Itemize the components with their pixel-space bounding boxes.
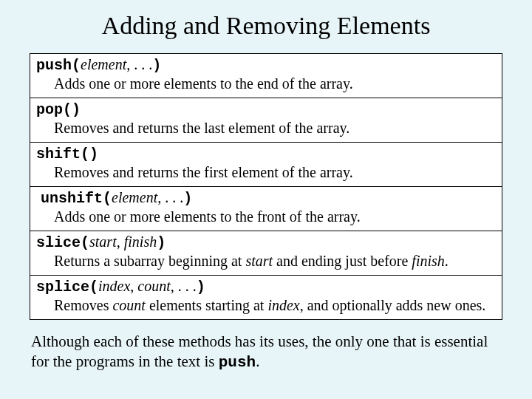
method-args-plain: . . .: [130, 56, 152, 72]
page-title: Adding and Removing Elements: [30, 12, 502, 40]
methods-table: push(element, . . .) Adds one or more el…: [30, 53, 502, 320]
method-args-plain: . . .: [161, 189, 183, 205]
paren-open: (: [89, 279, 98, 296]
table-row: splice(index, count, . . .) Removes coun…: [30, 275, 502, 319]
note-text-post: .: [256, 352, 259, 370]
table-row: pop() Removes and returns the last eleme…: [30, 98, 502, 142]
method-description: Adds one or more elements to the end of …: [35, 75, 497, 93]
footer-note: Although each of these methods has its u…: [30, 332, 502, 373]
paren-open: (): [63, 101, 81, 118]
paren-open: (: [103, 190, 112, 207]
paren-close: ): [157, 234, 166, 251]
method-name: pop: [36, 101, 63, 118]
method-signature: shift(): [35, 144, 497, 163]
paren-open: (): [81, 146, 98, 163]
method-signature: slice(start, finish): [35, 233, 497, 252]
paren-close: ): [197, 279, 205, 296]
paren-open: (: [81, 234, 89, 251]
paren-close: ): [183, 190, 192, 207]
method-args-ital: index, count,: [98, 278, 174, 294]
method-args-ital: element,: [112, 189, 161, 205]
table-row: slice(start, finish) Returns a subarray …: [30, 231, 502, 275]
method-description: Returns a subarray beginning at start an…: [35, 252, 497, 270]
method-name: shift: [36, 146, 81, 163]
method-signature: splice(index, count, . . .): [35, 277, 497, 296]
table-row: unshift(element, . . .) Adds one or more…: [30, 186, 502, 231]
method-signature: pop(): [35, 100, 497, 119]
table-row: push(element, . . .) Adds one or more el…: [30, 54, 502, 98]
note-code: push: [219, 354, 256, 371]
method-description: Adds one or more elements to the front o…: [35, 208, 497, 226]
paren-close: ): [152, 57, 161, 74]
method-description: Removes and returns the last element of …: [35, 119, 497, 137]
method-signature: push(element, . . .): [35, 55, 497, 75]
method-name: splice: [36, 279, 89, 296]
method-description: Removes and returns the first element of…: [35, 163, 497, 182]
method-name: slice: [36, 234, 81, 251]
method-name: push: [36, 57, 72, 74]
method-description: Removes count elements starting at index…: [35, 296, 497, 315]
method-args-ital: start, finish: [89, 233, 157, 250]
table-row: shift() Removes and returns the first el…: [30, 142, 502, 186]
paren-open: (: [72, 57, 81, 74]
method-args-plain: . . .: [174, 278, 197, 294]
method-name: unshift: [41, 190, 103, 207]
method-args-ital: element,: [81, 56, 130, 72]
method-signature: unshift(element, . . .): [35, 188, 497, 208]
